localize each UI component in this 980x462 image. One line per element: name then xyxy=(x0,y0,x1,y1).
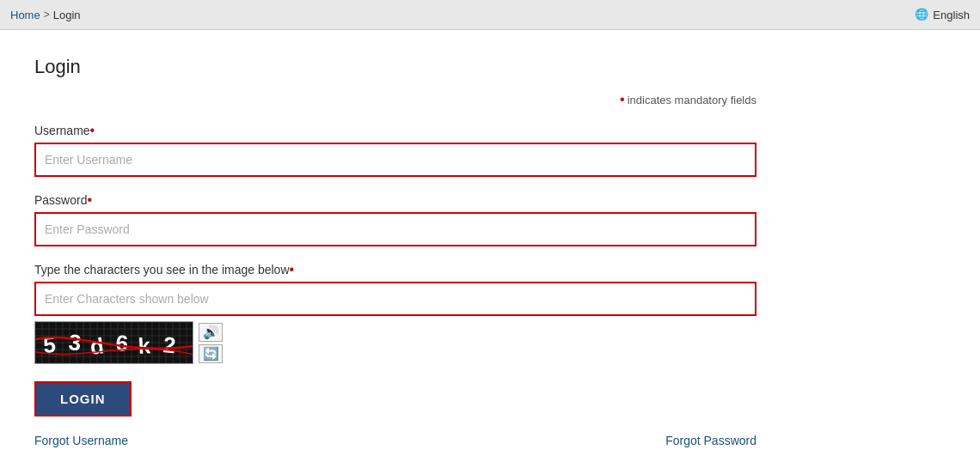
login-form: Username• Password• Type the characters … xyxy=(34,123,756,462)
globe-icon: 🌐 xyxy=(915,8,928,21)
password-input[interactable] xyxy=(34,212,756,246)
captcha-controls: 🔊 🔄 xyxy=(199,323,223,363)
captcha-image xyxy=(34,321,193,364)
captcha-input[interactable] xyxy=(34,282,756,316)
mandatory-dot: • xyxy=(620,92,625,106)
breadcrumb-current: Login xyxy=(53,9,81,21)
breadcrumb-separator: > xyxy=(44,9,50,21)
login-button[interactable]: LOGIN xyxy=(34,381,132,416)
links-row: Forgot Username Forgot Password xyxy=(34,434,756,447)
language-selector[interactable]: 🌐 English xyxy=(915,8,970,21)
breadcrumb: Home > Login xyxy=(10,9,81,21)
language-label: English xyxy=(933,9,970,21)
captcha-group: Type the characters you see in the image… xyxy=(34,262,756,364)
captcha-required: • xyxy=(290,262,295,277)
captcha-label: Type the characters you see in the image… xyxy=(34,262,756,277)
username-input[interactable] xyxy=(34,143,756,177)
main-content: Login •indicates mandatory fields Userna… xyxy=(0,30,980,462)
page-title: Login xyxy=(34,56,946,78)
username-label: Username• xyxy=(34,123,756,138)
forgot-password-link[interactable]: Forgot Password xyxy=(665,434,756,447)
captcha-refresh-button[interactable]: 🔄 xyxy=(199,344,223,363)
captcha-row: 🔊 🔄 xyxy=(34,321,756,364)
refresh-icon: 🔄 xyxy=(203,346,219,362)
sound-icon: 🔊 xyxy=(203,325,219,340)
breadcrumb-home[interactable]: Home xyxy=(10,9,40,21)
password-label: Password• xyxy=(34,192,756,208)
username-required: • xyxy=(90,123,95,137)
password-group: Password• xyxy=(34,192,756,246)
forgot-username-link[interactable]: Forgot Username xyxy=(34,434,128,447)
login-btn-wrap: LOGIN xyxy=(34,381,756,416)
captcha-sound-button[interactable]: 🔊 xyxy=(199,323,223,342)
mandatory-note: •indicates mandatory fields xyxy=(34,92,756,107)
username-group: Username• xyxy=(34,123,756,177)
topbar: Home > Login 🌐 English xyxy=(0,0,980,30)
password-required: • xyxy=(87,192,92,207)
